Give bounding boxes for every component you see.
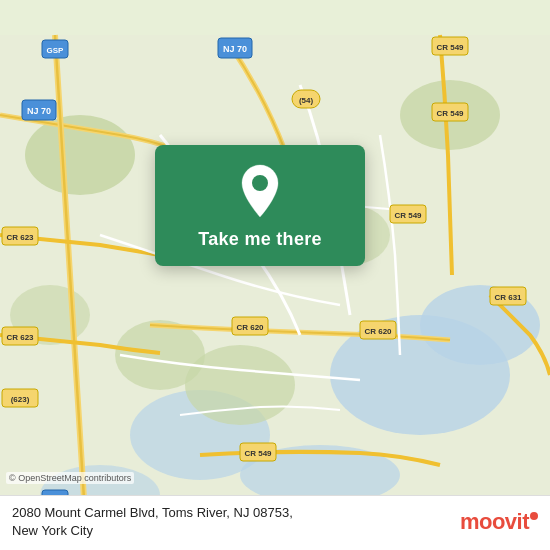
svg-text:NJ 70: NJ 70	[223, 44, 247, 54]
take-me-there-button[interactable]: Take me there	[198, 229, 322, 250]
moovit-logo: moovit	[460, 509, 538, 535]
svg-text:CR 549: CR 549	[244, 449, 272, 458]
svg-text:CR 620: CR 620	[236, 323, 264, 332]
svg-text:(623): (623)	[11, 395, 30, 404]
map-pin-icon	[236, 163, 284, 219]
location-card: Take me there	[155, 145, 365, 266]
moovit-logo-dot	[530, 512, 538, 520]
address-text: 2080 Mount Carmel Blvd, Toms River, NJ 0…	[12, 504, 452, 540]
svg-text:CR 549: CR 549	[394, 211, 422, 220]
svg-text:NJ 70: NJ 70	[27, 106, 51, 116]
bottom-bar: 2080 Mount Carmel Blvd, Toms River, NJ 0…	[0, 495, 550, 550]
svg-text:CR 631: CR 631	[494, 293, 522, 302]
svg-text:CR 620: CR 620	[364, 327, 392, 336]
svg-text:CR 549: CR 549	[436, 109, 464, 118]
svg-text:CR 623: CR 623	[6, 233, 34, 242]
svg-text:GSP: GSP	[47, 46, 65, 55]
map-container: NJ 70 NJ 70 GSP GSP (54) CR 623 CR 623 (…	[0, 0, 550, 550]
svg-point-42	[252, 175, 268, 191]
svg-text:(54): (54)	[299, 96, 314, 105]
map-background: NJ 70 NJ 70 GSP GSP (54) CR 623 CR 623 (…	[0, 0, 550, 550]
copyright-notice: © OpenStreetMap contributors	[6, 472, 134, 484]
svg-text:CR 623: CR 623	[6, 333, 34, 342]
svg-text:CR 549: CR 549	[436, 43, 464, 52]
moovit-logo-text: moovit	[460, 509, 529, 535]
